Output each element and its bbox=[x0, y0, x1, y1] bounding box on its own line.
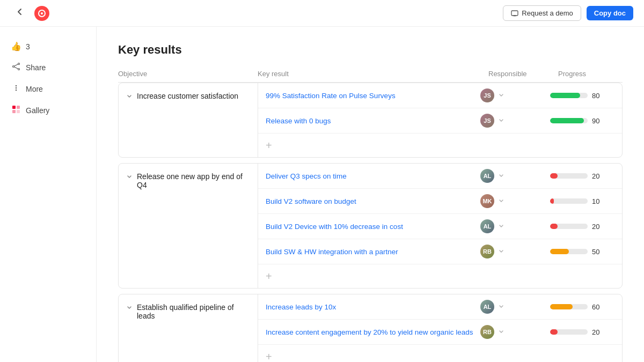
sidebar-more-label: More bbox=[26, 85, 43, 93]
progress-bar-wrap bbox=[550, 329, 588, 335]
objective-group: Increase customer satisfaction99% Satisf… bbox=[118, 83, 623, 158]
key-result-text[interactable]: Build SW & HW integration with a partner bbox=[266, 248, 480, 256]
key-result-text[interactable]: Build V2 Device with 10% decrease in cos… bbox=[266, 223, 480, 231]
objective-cell: Establish qualified pipeline of leads bbox=[119, 294, 258, 362]
progress-bar-wrap bbox=[550, 249, 588, 254]
svg-rect-2 bbox=[511, 11, 518, 16]
progress-cell: 90 bbox=[550, 117, 614, 125]
progress-cell: 80 bbox=[550, 92, 614, 100]
thumbs-up-icon: 👍 bbox=[11, 41, 21, 51]
key-results-column: 99% Satisfaction Rate on Pulse SurveysJS… bbox=[258, 83, 622, 157]
progress-bar bbox=[550, 198, 554, 204]
svg-rect-11 bbox=[12, 110, 16, 113]
responsible-chevron-icon[interactable] bbox=[499, 329, 504, 335]
key-result-row: Build SW & HW integration with a partner… bbox=[258, 239, 622, 264]
objective-cell: Increase customer satisfaction bbox=[119, 83, 258, 157]
progress-cell: 60 bbox=[550, 303, 614, 311]
key-result-text[interactable]: Deliver Q3 specs on time bbox=[266, 172, 480, 180]
key-result-text[interactable]: Release with 0 bugs bbox=[266, 117, 480, 125]
header: Request a demo Copy doc bbox=[0, 0, 644, 27]
responsible-cell: RB bbox=[480, 325, 550, 339]
progress-bar-wrap bbox=[550, 224, 588, 229]
key-result-row: Release with 0 bugsJS90 bbox=[258, 108, 622, 134]
copy-doc-button[interactable]: Copy doc bbox=[587, 6, 633, 20]
svg-point-3 bbox=[18, 63, 20, 65]
objective-label: Release one new app by end of Q4 bbox=[137, 172, 250, 189]
add-key-result-button[interactable]: + bbox=[258, 134, 622, 157]
sidebar-item-likes[interactable]: 👍 3 bbox=[5, 38, 91, 55]
key-result-text[interactable]: Increase content engagement by 20% to yi… bbox=[266, 328, 480, 336]
avatar: AL bbox=[480, 169, 494, 183]
col-objective: Objective bbox=[118, 70, 258, 78]
header-left bbox=[11, 5, 49, 21]
sidebar-item-share[interactable]: Share bbox=[5, 58, 91, 77]
collapse-chevron-icon[interactable] bbox=[126, 304, 133, 312]
more-icon bbox=[11, 84, 21, 94]
add-key-result-button[interactable]: + bbox=[258, 264, 622, 288]
sidebar-item-gallery[interactable]: Gallery bbox=[5, 101, 91, 120]
objective-label: Establish qualified pipeline of leads bbox=[137, 303, 250, 320]
responsible-chevron-icon[interactable] bbox=[499, 198, 504, 204]
back-button[interactable] bbox=[11, 5, 29, 21]
responsible-chevron-icon[interactable] bbox=[499, 92, 504, 99]
progress-bar-wrap bbox=[550, 198, 588, 204]
progress-bar-wrap bbox=[550, 93, 588, 98]
collapse-chevron-icon[interactable] bbox=[126, 93, 133, 101]
progress-bar bbox=[550, 118, 584, 123]
sidebar-item-more[interactable]: More bbox=[5, 80, 91, 98]
key-result-row: 99% Satisfaction Rate on Pulse SurveysJS… bbox=[258, 83, 622, 108]
main-content: Key results Objective Key result Respons… bbox=[97, 27, 644, 362]
progress-number: 10 bbox=[592, 197, 605, 205]
svg-point-8 bbox=[16, 90, 17, 91]
progress-number: 60 bbox=[592, 303, 605, 311]
objective-group: Establish qualified pipeline of leadsInc… bbox=[118, 294, 623, 362]
progress-bar-wrap bbox=[550, 304, 588, 309]
responsible-chevron-icon[interactable] bbox=[499, 173, 504, 179]
svg-point-5 bbox=[18, 69, 20, 70]
objective-row: Release one new app by end of Q4Deliver … bbox=[119, 164, 622, 288]
progress-number: 90 bbox=[592, 117, 605, 125]
objective-group: Release one new app by end of Q4Deliver … bbox=[118, 163, 623, 289]
sidebar-likes-count: 3 bbox=[26, 42, 30, 51]
responsible-cell: RB bbox=[480, 245, 550, 258]
progress-number: 20 bbox=[592, 223, 605, 231]
col-responsible: Responsible bbox=[488, 70, 558, 78]
request-demo-label: Request a demo bbox=[522, 9, 573, 17]
logo-icon bbox=[34, 6, 49, 21]
key-result-text[interactable]: Increase leads by 10x bbox=[266, 303, 480, 311]
svg-rect-9 bbox=[12, 106, 16, 109]
plus-icon: + bbox=[266, 351, 480, 363]
sidebar-share-label: Share bbox=[26, 63, 46, 72]
key-result-text[interactable]: Build V2 software on budget bbox=[266, 197, 480, 205]
avatar: JS bbox=[480, 88, 494, 102]
svg-point-4 bbox=[13, 66, 14, 68]
key-results-column: Deliver Q3 specs on timeAL20Build V2 sof… bbox=[258, 164, 622, 288]
svg-point-7 bbox=[16, 87, 17, 88]
col-progress: Progress bbox=[558, 70, 623, 78]
key-result-row: Increase leads by 10xAL60 bbox=[258, 294, 622, 320]
progress-number: 20 bbox=[592, 328, 605, 336]
add-key-result-button[interactable]: + bbox=[258, 345, 622, 362]
svg-point-6 bbox=[16, 85, 17, 86]
svg-point-1 bbox=[41, 12, 43, 14]
responsible-cell: AL bbox=[480, 300, 550, 314]
key-result-text[interactable]: 99% Satisfaction Rate on Pulse Surveys bbox=[266, 92, 480, 100]
responsible-chevron-icon[interactable] bbox=[499, 117, 504, 124]
responsible-chevron-icon[interactable] bbox=[499, 304, 504, 310]
share-icon bbox=[11, 62, 21, 73]
table-header: Objective Key result Responsible Progres… bbox=[118, 70, 623, 83]
objectives-container: Increase customer satisfaction99% Satisf… bbox=[118, 83, 623, 362]
header-right: Request a demo Copy doc bbox=[503, 5, 633, 21]
progress-bar bbox=[550, 329, 558, 335]
collapse-chevron-icon[interactable] bbox=[126, 173, 133, 181]
responsible-chevron-icon[interactable] bbox=[499, 248, 504, 255]
objective-cell: Release one new app by end of Q4 bbox=[119, 164, 258, 288]
avatar: AL bbox=[480, 219, 494, 233]
responsible-cell: JS bbox=[480, 114, 550, 128]
demo-icon bbox=[511, 10, 518, 17]
sidebar: 👍 3 Share More bbox=[0, 27, 97, 362]
responsible-cell: JS bbox=[480, 88, 550, 102]
request-demo-button[interactable]: Request a demo bbox=[503, 5, 581, 21]
responsible-cell: AL bbox=[480, 219, 550, 233]
responsible-chevron-icon[interactable] bbox=[499, 223, 504, 230]
